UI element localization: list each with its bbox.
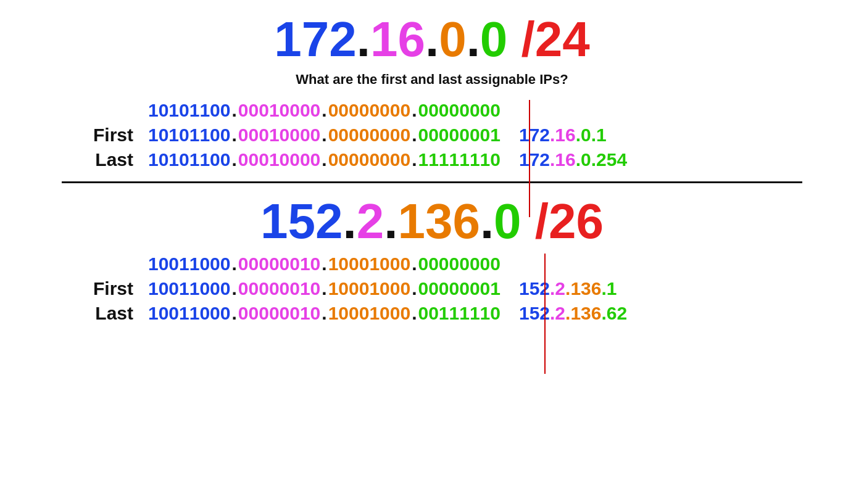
s2-last-oct2: 00000010: [238, 303, 320, 324]
s1-first-oct4: 00000001: [418, 125, 500, 146]
section-divider: [62, 181, 802, 183]
s2-cidr: /26: [535, 194, 604, 249]
section2-vline: [544, 254, 546, 374]
s1-first-result: 172.16.0.1: [519, 125, 607, 146]
section1-last-row: Last 10101100. 00010000. 00000000. 11111…: [74, 149, 790, 170]
section1: 172.16.0.0 /24 What are the first and la…: [25, 12, 839, 170]
section1-vline: [529, 100, 530, 217]
s1-net-oct1: 10101100: [148, 100, 230, 121]
s1-first-oct2: 00010000: [238, 125, 320, 146]
s2-first-oct2: 00000010: [238, 278, 320, 299]
s1-last-result: 172.16.0.254: [519, 149, 627, 170]
section2-main-ip: 152.2.136.0 /26: [25, 194, 839, 249]
s1-last-oct4: 11111110: [418, 149, 500, 170]
section1-question: What are the first and last assignable I…: [25, 72, 839, 88]
s1-net-oct2: 00010000: [238, 100, 320, 121]
s2-first-result: 152.2.136.1: [519, 278, 617, 299]
page: 172.16.0.0 /24 What are the first and la…: [0, 0, 864, 342]
s2-net-oct4: 00000000: [418, 254, 500, 275]
s2-first-oct4: 00000001: [418, 278, 500, 299]
s1-net-oct4: 00000000: [418, 100, 500, 121]
s2-oct2: 2: [357, 194, 384, 249]
section1-main-ip: 172.16.0.0 /24: [25, 12, 839, 67]
s2-first-label: First: [74, 278, 148, 299]
s2-last-oct4: 00111110: [418, 303, 500, 324]
section1-binary-area: 10101100. 00010000. 00000000. 00000000 F…: [74, 100, 790, 170]
first-label: First: [74, 125, 148, 146]
last-label: Last: [74, 149, 148, 170]
section2-first-row: First 10011000. 00000010. 10001000. 0000…: [74, 278, 790, 299]
s2-net-oct2: 00000010: [238, 254, 320, 275]
s2-last-label: Last: [74, 303, 148, 324]
s1-oct1: 172: [274, 12, 356, 67]
s2-last-oct1: 10011000: [148, 303, 230, 324]
s1-last-oct2: 00010000: [238, 149, 320, 170]
s2-oct4: 0: [494, 194, 521, 249]
s2-last-result: 152.2.136.62: [519, 303, 627, 324]
s1-net-oct3: 00000000: [328, 100, 410, 121]
s1-last-oct1: 10101100: [148, 149, 230, 170]
section2: 152.2.136.0 /26 10011000. 00000010. 1000…: [25, 194, 839, 324]
s1-last-oct3: 00000000: [328, 149, 410, 170]
s1-cidr: /24: [521, 12, 590, 67]
s1-first-oct1: 10101100: [148, 125, 230, 146]
section2-network-row: 10011000. 00000010. 10001000. 00000000: [74, 254, 790, 275]
s2-first-oct1: 10011000: [148, 278, 230, 299]
section1-network-row: 10101100. 00010000. 00000000. 00000000: [74, 100, 790, 121]
s2-net-oct1: 10011000: [148, 254, 230, 275]
section1-first-row: First 10101100. 00010000. 00000000. 0000…: [74, 125, 790, 146]
s2-oct3: 136: [397, 194, 480, 249]
s2-net-oct3: 10001000: [328, 254, 410, 275]
section2-last-row: Last 10011000. 00000010. 10001000. 00111…: [74, 303, 790, 324]
s2-first-oct3: 10001000: [328, 278, 410, 299]
section2-binary-area: 10011000. 00000010. 10001000. 00000000 F…: [74, 254, 790, 324]
s1-oct3: 0: [439, 12, 467, 67]
s1-first-oct3: 00000000: [328, 125, 410, 146]
s2-oct1: 152: [260, 194, 343, 249]
s1-oct4: 0: [480, 12, 508, 67]
s1-oct2: 16: [370, 12, 425, 67]
s2-last-oct3: 10001000: [328, 303, 410, 324]
